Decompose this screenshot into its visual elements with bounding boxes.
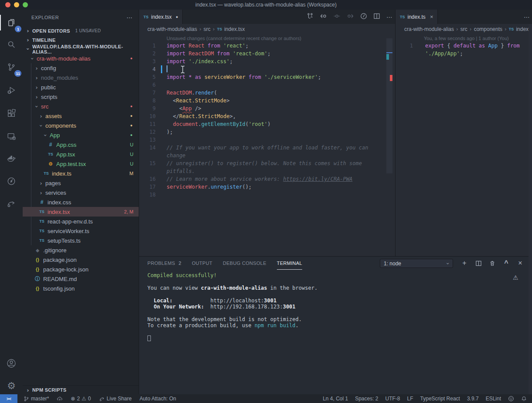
language-mode-status[interactable]: TypeScript React xyxy=(420,396,460,402)
code-line[interactable]: 6 xyxy=(139,81,395,89)
close-tab-icon[interactable]: × xyxy=(430,14,433,20)
tree-item-serviceworker-ts[interactable]: TSserviceWorker.ts xyxy=(23,226,139,236)
tree-item-index-ts[interactable]: TSindex.tsM xyxy=(23,169,139,178)
code-line[interactable]: 9 <App /> xyxy=(139,105,395,112)
next-change-icon[interactable] xyxy=(347,13,354,21)
eslint-status[interactable]: ESLint xyxy=(486,396,501,402)
code-line[interactable]: 5import * as serviceWorker from './servi… xyxy=(139,73,395,81)
terminal-output[interactable]: Compiled successfully!You can now view c… xyxy=(147,272,523,335)
tree-item-package-json[interactable]: {}package.json xyxy=(23,255,139,264)
panel-tab-terminal[interactable]: TERMINAL xyxy=(277,257,302,270)
more-actions-icon[interactable]: ⋯ xyxy=(386,14,392,20)
breadcrumbs-right[interactable]: cra-with-module-alias›src›components›TSi… xyxy=(396,24,532,34)
code-line[interactable]: 7ReactDOM.render( xyxy=(139,89,395,97)
breadcrumb-segment[interactable]: src xyxy=(460,26,467,32)
tab-index-tsx[interactable]: TS index.tsx ● xyxy=(139,10,183,24)
breadcrumb-segment[interactable]: cra-with-module-alias xyxy=(147,26,197,32)
code-line[interactable]: './App/App'; xyxy=(396,50,532,58)
tree-item-tsconfig-json[interactable]: {}tsconfig.json xyxy=(23,284,139,293)
change-marker-icon[interactable] xyxy=(333,13,341,21)
codelens-left[interactable]: Unsaved changes (cannot determine recent… xyxy=(167,36,301,41)
source-control-icon[interactable]: 11 xyxy=(3,58,20,76)
explorer-more-icon[interactable]: ⋯ xyxy=(126,14,133,21)
terminal-select[interactable]: 1: node › xyxy=(380,259,453,268)
overview-ruler[interactable] xyxy=(386,38,392,173)
code-line[interactable]: 17serviceWorker.unregister(); xyxy=(139,183,395,191)
tree-item-pages[interactable]: ›pages xyxy=(23,178,139,188)
tree-item-setuptests-ts[interactable]: TSsetupTests.ts xyxy=(23,236,139,245)
gitlens-icon[interactable] xyxy=(3,173,20,190)
tree-item--gitignore[interactable]: ◆.gitignore xyxy=(23,245,139,255)
breadcrumbs-left[interactable]: cra-with-module-alias›src›TSindex.tsx xyxy=(139,24,395,34)
code-line[interactable]: 13 xyxy=(139,136,395,144)
modified-dot-icon[interactable]: ● xyxy=(176,15,178,19)
live-share-activity-icon[interactable] xyxy=(3,195,20,213)
code-line[interactable]: 3import './index.css'; xyxy=(139,58,395,65)
tree-item-scripts[interactable]: ›scripts xyxy=(23,92,139,102)
tree-item-app-css[interactable]: #App.cssU xyxy=(23,140,139,149)
breadcrumb-segment[interactable]: components xyxy=(474,26,502,32)
eol-status[interactable]: LF xyxy=(407,396,413,402)
remote-indicator[interactable]: >< xyxy=(0,394,17,403)
cursor-position-status[interactable]: Ln 4, Col 1 xyxy=(323,396,348,402)
extensions-icon[interactable] xyxy=(3,105,20,122)
encoding-status[interactable]: UTF-8 xyxy=(385,396,400,402)
tree-item-components[interactable]: ›components● xyxy=(23,121,139,130)
tree-item-services[interactable]: ›services xyxy=(23,188,139,197)
tab-index-ts[interactable]: TS index.ts × xyxy=(396,10,438,24)
maximize-panel-icon[interactable]: ^ xyxy=(501,258,511,268)
code-line[interactable]: 16// Learn more about service workers: h… xyxy=(139,175,395,183)
code-line[interactable]: 2import ReactDOM from 'react-dom'; xyxy=(139,50,395,58)
tree-item-src[interactable]: ›src● xyxy=(23,102,139,111)
tree-item-app-tsx[interactable]: TSApp.tsxU xyxy=(23,149,139,159)
tree-item-app-test-tsx[interactable]: ⚙App.test.tsxU xyxy=(23,159,139,169)
timeline-section[interactable]: › TIMELINE xyxy=(23,35,139,44)
scrollbar-track[interactable] xyxy=(529,24,532,394)
code-line[interactable]: 18 xyxy=(139,191,395,199)
tree-item-assets[interactable]: ›assets● xyxy=(23,111,139,121)
tree-item-index-tsx[interactable]: TSindex.tsx2, M xyxy=(23,207,139,217)
accounts-icon[interactable] xyxy=(3,355,20,372)
code-left[interactable]: 1import React from 'react';2import React… xyxy=(139,42,395,199)
code-line[interactable]: 8 <React.StrictMode> xyxy=(139,97,395,105)
breadcrumb-segment[interactable]: src xyxy=(204,26,211,32)
tree-item-package-lock-json[interactable]: {}package-lock.json xyxy=(23,264,139,274)
panel-tab-debug-console[interactable]: DEBUG CONSOLE xyxy=(223,257,266,270)
panel-tab-output[interactable]: OUTPUT xyxy=(192,257,212,270)
code-line[interactable]: 1export { default as App } from xyxy=(396,42,532,50)
tree-item-app[interactable]: ›App● xyxy=(23,130,139,140)
typescript-version-status[interactable]: 3.9.7 xyxy=(467,396,479,402)
run-debug-icon[interactable] xyxy=(3,81,20,99)
git-branch-status[interactable]: master* xyxy=(24,396,49,402)
tree-item-cra-with-module-alias[interactable]: ›cra-with-module-alias● xyxy=(23,54,139,63)
tree-item-public[interactable]: ›public xyxy=(23,82,139,92)
codelens-right[interactable]: You, a few seconds ago | 1 author (You) xyxy=(424,36,509,41)
kill-terminal-icon[interactable] xyxy=(488,258,497,268)
panel-tab-problems[interactable]: PROBLEMS2 xyxy=(147,257,181,270)
live-share-button[interactable]: Live Share xyxy=(99,396,132,402)
indentation-status[interactable]: Spaces: 2 xyxy=(355,396,378,402)
tree-item-config[interactable]: ›config xyxy=(23,63,139,73)
split-editor-icon[interactable] xyxy=(373,13,380,21)
remote-explorer-icon[interactable] xyxy=(3,128,20,145)
new-terminal-icon[interactable]: + xyxy=(460,258,469,268)
code-right[interactable]: 1export { default as App } from'./App/Ap… xyxy=(396,42,532,58)
feedback-smiley-icon[interactable] xyxy=(508,396,514,402)
traffic-light-minimize[interactable] xyxy=(14,2,19,7)
code-line[interactable]: 4 xyxy=(139,65,395,73)
traffic-light-maximize[interactable] xyxy=(23,2,28,7)
breadcrumb-segment[interactable]: cra-with-module-alias xyxy=(404,26,454,32)
search-icon[interactable] xyxy=(3,36,20,53)
code-line[interactable]: 12); xyxy=(139,128,395,136)
gitlens-annotations-icon[interactable] xyxy=(360,13,367,21)
publish-changes-button[interactable] xyxy=(57,396,63,402)
code-line[interactable]: 1import React from 'react'; xyxy=(139,42,395,50)
code-line[interactable]: 15// unregister() to register() below. N… xyxy=(139,159,395,167)
code-line[interactable]: 14// If you want your app to work offlin… xyxy=(139,144,395,152)
more-actions-icon[interactable]: ⋯ xyxy=(524,14,530,20)
open-editors-section[interactable]: › OPEN EDITORS 1 UNSAVED xyxy=(23,26,139,35)
problems-status[interactable]: ⊗ 2 ⚠ 0 xyxy=(71,396,91,402)
open-changes-icon[interactable] xyxy=(307,13,314,21)
close-panel-icon[interactable]: × xyxy=(515,258,525,268)
npm-scripts-section[interactable]: › NPM SCRIPTS xyxy=(23,385,139,394)
